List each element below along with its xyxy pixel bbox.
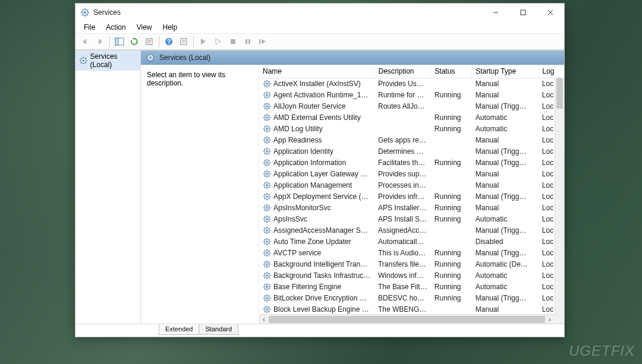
services-window: Services File Action View Help ? [75, 3, 565, 337]
gear-icon [263, 80, 271, 88]
service-row[interactable]: AppX Deployment Service (A…Provides infr… [259, 191, 564, 202]
cell-name: Agent Activation Runtime_1… [259, 89, 374, 100]
vertical-scrollbar[interactable] [555, 78, 564, 314]
minimize-button[interactable] [482, 4, 509, 21]
cell-status [431, 303, 472, 315]
tree-pane[interactable]: Services (Local) [75, 50, 141, 324]
service-row[interactable]: ActiveX Installer (AxInstSV)Provides Use… [259, 78, 564, 89]
horizontal-scrollbar[interactable]: ‹ › [259, 314, 555, 324]
cell-status [431, 236, 472, 247]
menu-view[interactable]: View [132, 23, 157, 32]
cell-startup: Manual [472, 202, 539, 213]
menu-file[interactable]: File [79, 23, 100, 32]
col-description[interactable]: Description [374, 65, 431, 78]
service-row[interactable]: ApsInsSvcAPS Install S…RunningAutomaticL… [259, 213, 564, 224]
gear-icon [263, 215, 271, 223]
properties-button[interactable] [177, 35, 191, 48]
service-row[interactable]: AssignedAccessManager Ser…AssignedAcc…Ma… [259, 224, 564, 236]
col-logon[interactable]: Log [539, 65, 564, 78]
tab-extended[interactable]: Extended [159, 324, 199, 335]
cell-description: The Base Filt… [374, 281, 431, 292]
service-row[interactable]: Application InformationFacilitates th…Ru… [259, 157, 564, 168]
gear-icon [263, 226, 271, 235]
service-list[interactable]: Name Description Status Startup Type Log… [259, 65, 564, 324]
scroll-left-icon[interactable]: ‹ [259, 315, 269, 324]
cell-startup: Manual (Trigg… [472, 157, 539, 168]
gear-icon [263, 102, 271, 110]
start-service-button[interactable] [196, 35, 210, 48]
back-button[interactable] [78, 35, 92, 48]
cell-name: AllJoyn Router Service [259, 100, 374, 112]
service-row[interactable]: Background Tasks Infrastruc…Windows inf…… [259, 270, 564, 281]
service-row[interactable]: Base Filtering EngineThe Base Filt…Runni… [259, 281, 564, 292]
service-row[interactable]: Agent Activation Runtime_1…Runtime for …… [259, 89, 564, 100]
col-status[interactable]: Status [431, 65, 472, 78]
cell-name: BitLocker Drive Encryption S… [259, 292, 374, 303]
service-row[interactable]: Application ManagementProcesses in…Manua… [259, 179, 564, 191]
cell-status: Running [431, 191, 472, 202]
cell-description: AssignedAcc… [374, 224, 431, 236]
cell-status: Running [431, 281, 472, 292]
gear-icon [263, 305, 271, 314]
close-icon [547, 10, 553, 15]
cell-status: Running [431, 157, 472, 168]
cell-description: The WBENGI… [374, 303, 431, 315]
col-startup[interactable]: Startup Type [472, 65, 539, 78]
cell-status [431, 168, 472, 179]
resume-service-button[interactable] [211, 35, 225, 48]
service-row[interactable]: BitLocker Drive Encryption S…BDESVC hos…… [259, 292, 564, 303]
cell-name: AssignedAccessManager Ser… [259, 224, 374, 236]
menu-help[interactable]: Help [158, 23, 182, 32]
svg-rect-15 [115, 38, 118, 45]
service-row[interactable]: ApsInsMonitorSvcAPS Installer …RunningMa… [259, 202, 564, 213]
play-icon [200, 38, 207, 45]
cell-startup: Manual [472, 303, 539, 315]
service-row[interactable]: AMD Log UtilityRunningAutomaticLoc [259, 123, 564, 134]
close-button[interactable] [537, 4, 564, 21]
cell-description: Facilitates th… [374, 157, 431, 168]
service-row[interactable]: Block Level Backup Engine S…The WBENGI…M… [259, 303, 564, 315]
cell-name: Block Level Backup Engine S… [259, 303, 374, 315]
export-list-button[interactable] [142, 35, 156, 48]
titlebar[interactable]: Services [75, 4, 564, 21]
service-row[interactable]: AllJoyn Router ServiceRoutes AllJo…Manua… [259, 100, 564, 112]
arrow-right-icon [96, 38, 104, 45]
cell-startup: Automatic (De… [472, 258, 539, 270]
content-header-title: Services (Local) [159, 53, 210, 62]
refresh-button[interactable] [127, 35, 141, 48]
service-row[interactable]: AVCTP serviceThis is Audio…RunningManual… [259, 247, 564, 258]
cell-name: ApsInsSvc [259, 213, 374, 224]
properties-icon [180, 37, 188, 46]
scrollbar-thumb[interactable] [269, 316, 545, 323]
window-title: Services [93, 8, 121, 17]
service-row[interactable]: Application IdentityDetermines …Manual (… [259, 145, 564, 157]
col-name[interactable]: Name [259, 65, 374, 78]
tab-standard[interactable]: Standard [199, 324, 238, 335]
menu-action[interactable]: Action [101, 23, 130, 32]
service-row[interactable]: AMD External Events UtilityRunningAutoma… [259, 112, 564, 123]
scroll-right-icon[interactable]: › [545, 315, 555, 324]
forward-button[interactable] [93, 35, 107, 48]
show-hide-tree-button[interactable] [112, 35, 127, 48]
help-button[interactable]: ? [162, 35, 176, 48]
maximize-button[interactable] [509, 4, 537, 21]
gear-icon [263, 170, 271, 178]
cell-status: Running [431, 89, 472, 100]
restart-icon [259, 38, 267, 45]
cell-startup: Manual (Trigg… [472, 292, 539, 303]
column-header-row[interactable]: Name Description Status Startup Type Log [259, 65, 564, 78]
service-row[interactable]: App ReadinessGets apps re…ManualLoc [259, 134, 564, 145]
stop-service-button[interactable] [226, 35, 240, 48]
service-row[interactable]: Auto Time Zone UpdaterAutomaticall…Disab… [259, 236, 564, 247]
svg-rect-23 [246, 39, 247, 44]
cell-startup: Manual [472, 168, 539, 179]
scrollbar-thumb[interactable] [556, 78, 563, 109]
tree-item-services-local[interactable]: Services (Local) [75, 50, 140, 71]
gear-icon [263, 204, 271, 212]
cell-description [374, 112, 431, 123]
service-row[interactable]: Background Intelligent Tran…Transfers fi… [259, 258, 564, 270]
pause-service-button[interactable] [241, 35, 255, 48]
service-row[interactable]: Application Layer Gateway S…Provides sup… [259, 168, 564, 179]
scrollbar-corner [555, 314, 564, 324]
restart-service-button[interactable] [256, 35, 270, 48]
